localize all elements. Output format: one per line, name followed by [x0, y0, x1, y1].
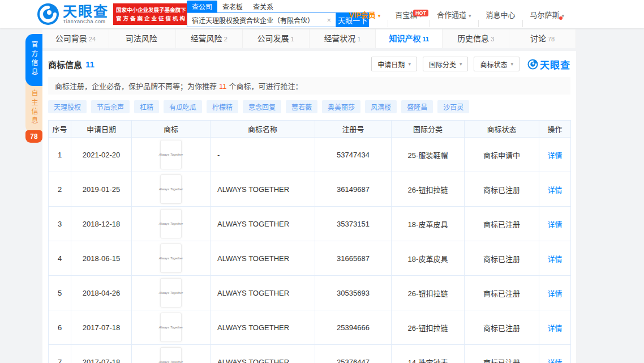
- side-tabs: 官方信息 自主信息 78: [25, 34, 42, 143]
- side-tab-official-label: 官方信息: [25, 41, 42, 77]
- cell-action: 详情: [539, 345, 571, 363]
- trademark-tag[interactable]: 沙百灵: [437, 100, 469, 113]
- nav-tab-count: 24: [89, 36, 96, 42]
- nav-tab[interactable]: 讨论78: [509, 29, 576, 48]
- detail-link[interactable]: 详情: [547, 289, 562, 298]
- cell-trademark-image: Always Together: [132, 207, 211, 241]
- trademark-tag[interactable]: 盛隆昌: [401, 100, 433, 113]
- filter-label: 商标状态: [480, 59, 507, 69]
- trademark-image[interactable]: Always Together: [160, 140, 182, 169]
- trademark-tag[interactable]: 蔷若薇: [286, 100, 317, 113]
- cell-no: 5: [49, 276, 71, 310]
- search-tab[interactable]: 查公司: [187, 1, 217, 12]
- table-row: 1 2021-02-20 Always Together - 53747434 …: [49, 138, 571, 172]
- cell-trademark-image: Always Together: [132, 345, 211, 363]
- top-menu-item[interactable]: HOT 百宝箱▾: [388, 9, 430, 20]
- nav-tab[interactable]: 公司背景24: [42, 29, 109, 48]
- trademark-image[interactable]: Always Together: [160, 278, 182, 308]
- nav-tab-count: 3: [491, 36, 494, 42]
- trademark-tag[interactable]: 意念回复: [243, 100, 281, 113]
- table-header-row: 序号 申请日期 商标 商标名称 注册号 国际分类 商标状态 操作: [49, 121, 571, 138]
- side-tab-official-info[interactable]: 官方信息: [25, 34, 42, 86]
- top-bar: 天眼查 TianYanCha.com 国家中小企业发展子基金旗下 官方备案企业征…: [0, 0, 644, 28]
- filter-label: 国际分类: [429, 59, 456, 69]
- watermark-logo: 天眼查: [527, 57, 570, 71]
- trademark-image[interactable]: Always Together: [160, 174, 182, 204]
- trademark-tag[interactable]: 奥美丽莎: [322, 100, 360, 113]
- nav-tab-count: 78: [548, 36, 555, 42]
- nav-tab[interactable]: 经营状况1: [310, 29, 376, 48]
- trademark-tag[interactable]: 天理股权: [48, 100, 87, 113]
- search-tab[interactable]: 查老板: [217, 1, 248, 12]
- filter-label: 申请日期: [377, 59, 405, 69]
- table-row: 7 2017-07-18 Always Together ALWAYS TOGE…: [49, 345, 571, 363]
- nav-tab-count: 11: [422, 36, 429, 42]
- top-menu-label: 马尔萨斯: [530, 11, 559, 19]
- detail-link[interactable]: 详情: [547, 151, 562, 160]
- promo-count: 11: [219, 82, 227, 91]
- nav-tab[interactable]: 司法风险: [109, 29, 176, 48]
- nav-tab[interactable]: 经营风险2: [176, 29, 243, 48]
- trademark-table: 序号 申请日期 商标 商标名称 注册号 国际分类 商标状态 操作 1 2021-…: [48, 120, 571, 363]
- detail-link[interactable]: 详情: [547, 255, 562, 263]
- cell-action: 详情: [539, 241, 571, 276]
- clear-search-icon[interactable]: ×: [322, 16, 336, 24]
- detail-link[interactable]: 详情: [547, 220, 562, 229]
- top-menu-item[interactable]: 马尔萨斯▾: [522, 9, 572, 20]
- nav-tab-count: 1: [291, 36, 294, 42]
- promo-banner: 商标注册，企业必备，保护品牌不再等；为你推荐11个商标，可进行抢注：: [48, 77, 570, 95]
- cell-no: 2: [49, 172, 71, 207]
- cell-intl-class: 26-钮扣拉链: [392, 276, 465, 310]
- filter-dropdown-button[interactable]: 国际分类 ▾: [423, 57, 469, 71]
- trademark-image[interactable]: Always Together: [160, 244, 182, 273]
- cell-no: 1: [49, 138, 71, 172]
- promo-text-post: 个商标，可进行抢注：: [229, 82, 303, 91]
- cell-reg-number: 35373151: [315, 207, 392, 241]
- cell-status: 商标已注册: [465, 310, 539, 345]
- cell-trademark-name: ALWAYS TOGETHER: [211, 172, 315, 207]
- search-input[interactable]: [187, 16, 322, 24]
- side-tab-self-info[interactable]: 自主信息: [25, 82, 42, 133]
- trademark-image-text: Always Together: [159, 222, 183, 225]
- nav-tab-label: 经营风险: [191, 34, 222, 43]
- detail-link[interactable]: 详情: [547, 186, 562, 194]
- nav-tab[interactable]: 历史信息3: [443, 29, 509, 48]
- trademark-tag[interactable]: 杠精: [134, 100, 159, 113]
- chevron-down-icon: ▾: [408, 61, 411, 67]
- cell-apply-date: 2018-06-15: [71, 241, 132, 276]
- top-menu: VIP会员▾ HOT 百宝箱▾ 合作通道▾ 消息中心▾: [342, 0, 572, 28]
- trademark-tag[interactable]: 有瓜吃瓜: [164, 100, 202, 113]
- nav-tab[interactable]: 知识产权11: [376, 29, 443, 48]
- trademark-image-text: Always Together: [159, 153, 183, 156]
- cell-action: 详情: [539, 172, 571, 207]
- top-menu-item[interactable]: 合作通道▾: [430, 9, 479, 20]
- nav-tab[interactable]: 公司发展1: [243, 29, 310, 48]
- cell-intl-class: 18-皮革皮具: [392, 241, 465, 276]
- top-menu-item[interactable]: 消息中心▾: [478, 9, 522, 20]
- trademark-tag[interactable]: 节后余声: [91, 100, 130, 113]
- filter-dropdown-button[interactable]: 商标状态 ▾: [474, 57, 520, 71]
- cell-apply-date: 2019-01-25: [71, 172, 132, 207]
- trademark-image[interactable]: Always Together: [160, 209, 182, 238]
- trademark-image[interactable]: Always Together: [160, 347, 182, 363]
- top-menu-label: VIP会员: [349, 11, 376, 19]
- company-nav-tabs: 公司背景24 司法风险 经营风险2 公司发展1 经营状况1 知识产权11 历: [42, 29, 576, 48]
- nav-tab-count: 1: [357, 36, 360, 42]
- cell-reg-number: 53747434: [315, 138, 392, 172]
- trademark-image[interactable]: Always Together: [160, 313, 182, 342]
- detail-link[interactable]: 详情: [547, 358, 562, 363]
- top-menu-item[interactable]: VIP会员▾: [342, 9, 388, 20]
- logo[interactable]: 天眼查 TianYanCha.com 国家中小企业发展子基金旗下 官方备案企业征…: [37, 3, 190, 25]
- search-box: ×: [187, 12, 336, 27]
- trademark-image-text: Always Together: [159, 360, 183, 363]
- search-tab[interactable]: 查关系: [248, 1, 278, 12]
- logo-subtitle: TianYanCha.com: [63, 19, 109, 24]
- col-header-action: 操作: [539, 121, 571, 138]
- trademark-tag[interactable]: 风满楼: [365, 100, 397, 113]
- filter-dropdown-button[interactable]: 申请日期 ▾: [371, 57, 417, 71]
- nav-tab-label: 公司发展: [257, 34, 289, 43]
- detail-link[interactable]: 详情: [547, 324, 562, 332]
- nav-tab-count: 2: [224, 36, 227, 42]
- cell-status: 商标已注册: [465, 207, 539, 241]
- trademark-tag[interactable]: 柠檬精: [207, 100, 238, 113]
